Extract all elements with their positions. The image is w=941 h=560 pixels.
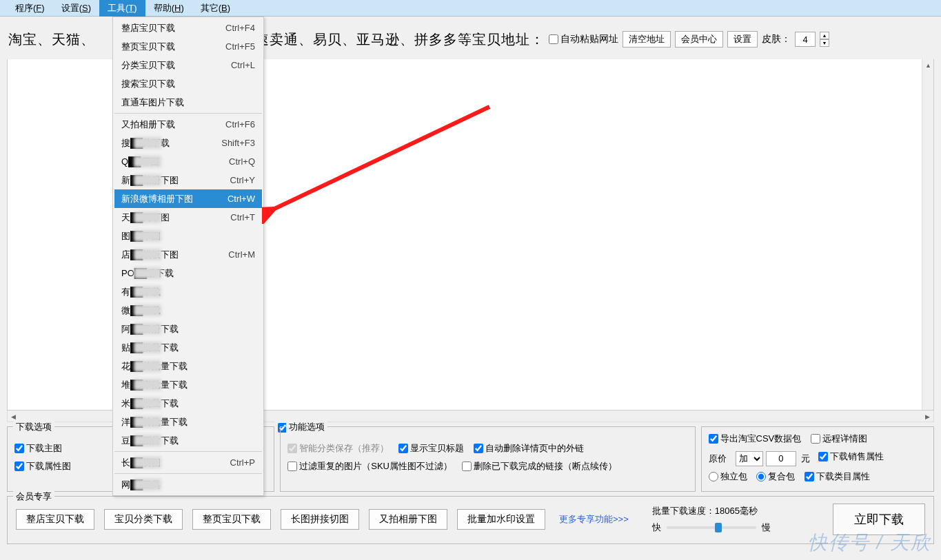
menu-item-label: 新浪微博相册下图 bbox=[121, 193, 215, 205]
menu-item[interactable]: PO██册下载 bbox=[114, 264, 262, 282]
menu-item-shortcut: Ctrl+F4 bbox=[225, 23, 255, 33]
member-btn-1[interactable]: 宝贝分类下载 bbox=[104, 509, 183, 530]
member-btn-0[interactable]: 整店宝贝下载 bbox=[16, 509, 94, 530]
tools-dropdown: 整店宝贝下载Ctrl+F4整页宝贝下载Ctrl+F5分类宝贝下载Ctrl+L搜索… bbox=[112, 17, 264, 496]
download-cat-attr-checkbox[interactable]: 下载类目属性 bbox=[805, 470, 870, 483]
pkg-combo-radio[interactable]: 复合包 bbox=[756, 470, 795, 483]
show-title-checkbox[interactable]: 显示宝贝标题 bbox=[398, 442, 464, 455]
censored-blur bbox=[134, 457, 161, 468]
clear-address-button[interactable]: 清空地址 bbox=[623, 31, 671, 48]
menu-tools[interactable]: 工具(T) bbox=[99, 0, 145, 17]
censored-blur bbox=[134, 230, 161, 242]
menu-item[interactable]: 搜索宝贝下载 bbox=[114, 74, 262, 93]
more-features-link[interactable]: 更多专享功能>>> bbox=[559, 513, 629, 526]
function-options-fieldset: 功能选项 智能分类保存（推荐） 显示宝贝标题 自动删除详情页中的外链 过滤重复的… bbox=[280, 426, 695, 492]
export-csv-checkbox[interactable]: 导出淘宝CSV数据包 bbox=[709, 433, 802, 445]
price-label: 原价 bbox=[709, 453, 727, 465]
settings-button[interactable]: 设置 bbox=[727, 31, 758, 48]
auto-paste-checkbox[interactable]: 自动粘贴网址 bbox=[549, 33, 618, 45]
scroll-right-icon[interactable]: ▶ bbox=[922, 411, 933, 422]
download-now-button[interactable]: 立即下载 bbox=[833, 504, 925, 535]
menu-item[interactable]: 天██网下图Ctrl+T bbox=[114, 208, 262, 227]
menu-other[interactable]: 其它(B) bbox=[192, 0, 239, 17]
menu-item[interactable]: 搜██片下载Shift+F3 bbox=[114, 134, 262, 152]
censored-blur bbox=[134, 211, 161, 223]
speed-slow-label: 慢 bbox=[762, 521, 771, 534]
censored-blur bbox=[134, 479, 161, 490]
skin-label: 皮肤： bbox=[762, 33, 791, 45]
remote-detail-checkbox[interactable]: 远程详情图 bbox=[811, 433, 867, 445]
menu-item[interactable]: 新浪微博相册下图Ctrl+W bbox=[114, 189, 262, 208]
censored-blur bbox=[134, 286, 161, 298]
menu-program[interactable]: 程序(F) bbox=[7, 0, 53, 17]
menu-item[interactable]: 有██下载 bbox=[114, 282, 262, 301]
menu-help[interactable]: 帮助(H) bbox=[145, 0, 192, 17]
menu-item-label: 直通车图片下载 bbox=[121, 96, 243, 109]
menu-item[interactable]: 网██工具 bbox=[114, 475, 262, 494]
menu-item-shortcut: Ctrl+T bbox=[230, 212, 255, 222]
menu-item[interactable]: 新██相册下图Ctrl+Y bbox=[114, 171, 262, 189]
price-op-select[interactable]: 加 bbox=[736, 451, 763, 466]
member-btn-5[interactable]: 批量加水印设置 bbox=[457, 509, 545, 530]
vertical-scrollbar[interactable]: ▲ bbox=[922, 59, 933, 410]
censored-blur bbox=[134, 156, 161, 167]
menu-item-shortcut: Ctrl+L bbox=[231, 60, 255, 70]
speed-value: 18065毫秒 bbox=[715, 506, 758, 516]
menu-item[interactable]: 整店宝贝下载Ctrl+F4 bbox=[114, 19, 262, 37]
menu-item-shortcut: Ctrl+Q bbox=[229, 156, 255, 167]
scroll-up-icon[interactable]: ▲ bbox=[922, 59, 934, 71]
menu-item[interactable]: 整页宝贝下载Ctrl+F5 bbox=[114, 37, 262, 56]
remove-done-checkbox[interactable]: 删除已下载完成的链接（断点续传） bbox=[462, 460, 617, 473]
pkg-single-radio[interactable]: 独立包 bbox=[709, 470, 747, 483]
export-options-fieldset: 导出淘宝CSV数据包 远程详情图 原价 加 元 下载销售属性 独立包 复合包 下… bbox=[701, 426, 935, 492]
speed-slider[interactable] bbox=[667, 526, 756, 529]
smart-save-checkbox[interactable]: 智能分类保存（推荐） bbox=[287, 442, 389, 455]
menu-settings[interactable]: 设置(S) bbox=[53, 0, 99, 17]
menu-item[interactable]: 又拍相册下载Ctrl+F6 bbox=[114, 115, 262, 134]
censored-blur bbox=[134, 137, 161, 149]
download-attr-image-checkbox[interactable]: 下载属性图 bbox=[14, 460, 71, 473]
spin-down-icon[interactable]: ▼ bbox=[820, 39, 829, 47]
menu-item[interactable]: 阿██目册下载 bbox=[114, 320, 262, 338]
menu-item[interactable]: 图██下图 bbox=[114, 227, 262, 245]
member-btn-2[interactable]: 整页宝贝下载 bbox=[192, 509, 271, 530]
menu-item[interactable]: 微██下载 bbox=[114, 301, 262, 320]
censored-blur bbox=[134, 323, 161, 335]
slider-thumb[interactable] bbox=[715, 523, 722, 532]
censored-blur bbox=[134, 379, 161, 391]
menu-item[interactable]: Q██下图Ctrl+Q bbox=[114, 152, 262, 171]
filter-duplicate-checkbox[interactable]: 过滤重复的图片（SKU属性图不过滤） bbox=[287, 460, 452, 473]
menu-item[interactable]: 花██片批量下载 bbox=[114, 357, 262, 375]
speed-block: 批量下载速度：18065毫秒 快 慢 bbox=[652, 505, 771, 534]
download-main-image-checkbox[interactable]: 下载主图 bbox=[14, 442, 62, 455]
spin-up-icon[interactable]: ▲ bbox=[820, 32, 829, 39]
address-prompt-a: 淘宝、天猫、 bbox=[8, 30, 95, 49]
menu-item[interactable]: 米██批量下载 bbox=[114, 394, 262, 413]
member-btn-4[interactable]: 又拍相册下图 bbox=[369, 509, 447, 530]
censored-blur bbox=[134, 267, 161, 279]
censored-blur bbox=[134, 342, 161, 353]
member-btn-3[interactable]: 长图拼接切图 bbox=[281, 509, 359, 530]
menu-item[interactable]: 堆██家批量下载 bbox=[114, 375, 262, 394]
menu-item-label: 整店宝贝下载 bbox=[121, 22, 213, 34]
menu-item[interactable]: 分类宝贝下载Ctrl+L bbox=[114, 56, 262, 74]
menu-item-shortcut: Ctrl+Y bbox=[230, 175, 255, 185]
member-legend: 会员专享 bbox=[13, 490, 54, 503]
skin-input[interactable] bbox=[795, 32, 816, 47]
menubar: 程序(F) 设置(S) 工具(T) 帮助(H) 其它(B) bbox=[0, 0, 941, 17]
menu-item[interactable]: 贴██批量下载 bbox=[114, 338, 262, 357]
menu-item-label: 又拍相册下载 bbox=[121, 118, 213, 131]
speed-fast-label: 快 bbox=[652, 521, 661, 534]
menu-item[interactable]: 店██模板下图Ctrl+M bbox=[114, 245, 262, 264]
menu-item[interactable]: 长██切图Ctrl+P bbox=[114, 453, 262, 472]
member-center-button[interactable]: 会员中心 bbox=[675, 31, 723, 48]
address-prompt-b: 速卖通、易贝、亚马逊、拼多多等宝贝地址： bbox=[255, 30, 545, 49]
download-sale-attr-checkbox[interactable]: 下载销售属性 bbox=[818, 450, 884, 463]
auto-remove-link-checkbox[interactable]: 自动删除详情页中的外链 bbox=[474, 442, 584, 455]
menu-item[interactable]: 直通车图片下载 bbox=[114, 93, 262, 112]
price-value-input[interactable] bbox=[766, 451, 796, 466]
menu-item[interactable]: 洋██转批量下载 bbox=[114, 413, 262, 431]
censored-blur bbox=[134, 360, 161, 372]
skin-spinner[interactable]: ▲ ▼ bbox=[820, 32, 829, 47]
menu-item[interactable]: 豆██图片下载 bbox=[114, 431, 262, 450]
